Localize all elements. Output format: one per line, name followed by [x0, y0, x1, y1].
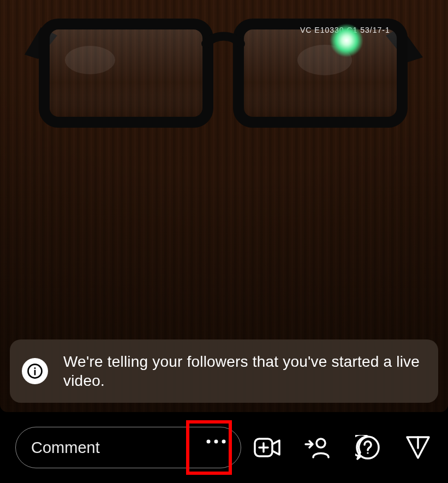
svg-point-9 — [214, 440, 218, 444]
send-icon — [405, 436, 431, 460]
glasses-illustration: VC E10330 C1 53/17-1 — [19, 5, 428, 147]
more-options-icon — [205, 438, 227, 445]
questions-button[interactable] — [353, 433, 383, 462]
add-guest-icon — [304, 436, 331, 460]
add-video-button[interactable] — [253, 433, 282, 462]
svg-point-16 — [357, 437, 379, 458]
svg-point-3 — [65, 46, 115, 74]
svg-point-17 — [367, 452, 368, 454]
video-preview: VC E10330 C1 53/17-1 We're telling your … — [0, 0, 448, 412]
action-icons — [253, 412, 433, 483]
info-icon — [22, 358, 48, 384]
svg-rect-0 — [44, 24, 208, 122]
svg-point-8 — [207, 440, 211, 444]
svg-point-7 — [34, 367, 36, 369]
add-video-icon — [254, 436, 281, 460]
more-options-button[interactable] — [201, 427, 231, 456]
comment-input[interactable] — [31, 439, 225, 457]
live-started-banner: We're telling your followers that you've… — [10, 339, 438, 403]
questions-icon — [355, 435, 380, 460]
svg-rect-1 — [238, 24, 402, 122]
svg-point-10 — [222, 440, 226, 444]
live-video-screen: VC E10330 C1 53/17-1 We're telling your … — [0, 0, 448, 483]
lens-flare — [330, 24, 363, 57]
add-guest-button[interactable] — [303, 433, 332, 462]
banner-message: We're telling your followers that you've… — [63, 352, 426, 390]
svg-point-14 — [316, 439, 325, 448]
bottom-bar — [0, 412, 448, 483]
send-button[interactable] — [403, 433, 433, 462]
